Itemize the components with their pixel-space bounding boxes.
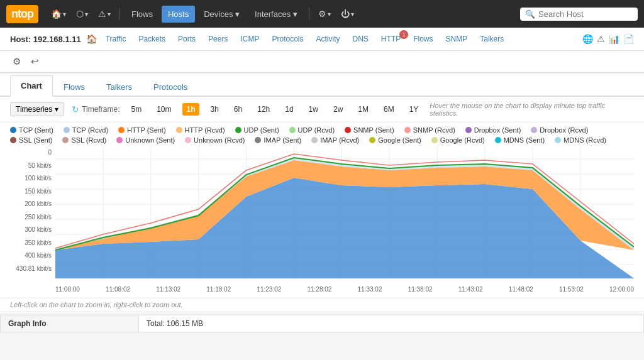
y-axis-label: 100 kbit/s	[10, 175, 52, 182]
legend-item: HTTP (Rcvd)	[176, 126, 225, 134]
host-http-link[interactable]: HTTP 1	[377, 33, 404, 45]
warning-icon[interactable]: ⚠	[597, 34, 605, 44]
time-1w[interactable]: 1w	[305, 103, 322, 116]
legend-label: Unknown (Sent)	[125, 136, 175, 144]
time-1d[interactable]: 1d	[281, 103, 297, 116]
host-dns-link[interactable]: DNS	[349, 33, 372, 45]
time-1h[interactable]: 1h	[182, 103, 199, 116]
legend-dot	[555, 137, 561, 143]
legend-item: SSL (Sent)	[10, 136, 52, 144]
legend-dot	[404, 127, 411, 133]
x-axis-label: 11:53:02	[559, 286, 584, 293]
tab-talkers[interactable]: Talkers	[96, 77, 143, 97]
legend-item: Unknown (Sent)	[116, 136, 175, 144]
power-nav-btn[interactable]: ⏻ ▾	[337, 6, 358, 21]
host-icmp-link[interactable]: ICMP	[236, 33, 263, 45]
alert-nav-btn[interactable]: ⚠ ▾	[94, 6, 114, 21]
brand-logo[interactable]: ntop	[6, 5, 38, 23]
search-icon: 🔍	[525, 9, 535, 19]
time-1Y[interactable]: 1Y	[406, 103, 423, 116]
legend-dot	[118, 127, 125, 133]
x-axis-label: 11:13:02	[156, 286, 180, 293]
timeseries-btn[interactable]: Timeseries ▾	[10, 102, 64, 116]
host-peers-link[interactable]: Peers	[204, 33, 231, 45]
flows-nav-btn[interactable]: Flows	[125, 6, 159, 23]
hosts-nav-btn[interactable]: Hosts	[162, 6, 195, 23]
legend-item: UDP (Rcvd)	[289, 126, 335, 134]
legend-dot	[176, 127, 182, 133]
y-axis-label: 50 kbit/s	[10, 162, 52, 169]
host-talkers-link[interactable]: Talkers	[476, 33, 508, 45]
legend-item: IMAP (Rcvd)	[311, 136, 359, 144]
action-bar: ⚙ ↩	[0, 51, 644, 73]
time-5m[interactable]: 5m	[127, 103, 145, 116]
host-traffic-link[interactable]: Traffic	[102, 33, 130, 45]
tab-protocols[interactable]: Protocols	[143, 77, 198, 97]
alert-caret-icon: ▾	[108, 11, 111, 18]
chart-icon[interactable]: 📊	[609, 34, 619, 44]
time-6M[interactable]: 6M	[380, 103, 398, 116]
legend-label: IMAP (Rcvd)	[320, 136, 359, 144]
legend-item: MDNS (Sent)	[495, 136, 545, 144]
back-action-btn[interactable]: ↩	[28, 55, 42, 68]
y-axis: 430.81 kbit/s400 kbit/s350 kbit/s300 kbi…	[10, 146, 55, 285]
interfaces-nav-btn[interactable]: Interfaces ▾	[248, 6, 304, 23]
legend-item: TCP (Sent)	[10, 126, 53, 134]
time-2w[interactable]: 2w	[330, 103, 347, 116]
time-6h[interactable]: 6h	[230, 103, 246, 116]
host-activity-link[interactable]: Activity	[313, 33, 344, 45]
chart-svg[interactable]	[55, 146, 634, 285]
nav-divider2	[309, 8, 309, 20]
network-nav-btn[interactable]: ⬡ ▾	[72, 6, 92, 21]
chart-hint-inline: Hover the mouse on the chart to display …	[430, 102, 634, 117]
legend-item: Google (Rcvd)	[431, 136, 485, 144]
host-home-icon[interactable]: 🏠	[86, 34, 97, 44]
x-axis-label: 11:23:02	[257, 286, 281, 293]
y-axis-label: 300 kbit/s	[10, 226, 52, 233]
tab-chart[interactable]: Chart	[10, 75, 53, 97]
host-snmp-link[interactable]: SNMP	[442, 33, 472, 45]
legend-dot	[64, 127, 70, 133]
legend-label: SSL (Sent)	[19, 136, 52, 144]
home-nav-btn[interactable]: 🏠 ▾	[47, 6, 70, 21]
legend-dot	[345, 127, 351, 133]
legend-label: MDNS (Rcvd)	[564, 136, 606, 144]
legend-dot	[235, 127, 242, 133]
x-axis-label: 11:38:02	[408, 286, 433, 293]
globe-icon[interactable]: 🌐	[582, 34, 593, 44]
legend-label: Dropbox (Sent)	[474, 126, 521, 134]
host-flows-link[interactable]: Flows	[409, 33, 436, 45]
y-axis-label: 0	[10, 149, 52, 156]
host-packets-link[interactable]: Packets	[135, 33, 169, 45]
legend-label: TCP (Rcvd)	[72, 126, 108, 134]
network-caret-icon: ▾	[85, 11, 88, 18]
time-10m[interactable]: 10m	[153, 103, 175, 116]
tab-flows[interactable]: Flows	[53, 77, 96, 97]
host-ports-link[interactable]: Ports	[174, 33, 199, 45]
settings-nav-btn[interactable]: ⚙ ▾	[314, 6, 335, 21]
file-icon[interactable]: 📄	[623, 34, 634, 44]
settings-icon: ⚙	[318, 9, 326, 19]
x-axis-label: 11:48:02	[509, 286, 533, 293]
network-icon: ⬡	[76, 9, 84, 19]
search-input[interactable]	[538, 9, 633, 19]
legend-item: Dropbox (Rcvd)	[531, 126, 588, 134]
devices-nav-btn[interactable]: Devices ▾	[197, 6, 246, 23]
legend-dot	[289, 127, 296, 133]
devices-caret-icon: ▾	[235, 9, 240, 19]
legend-dot	[10, 137, 16, 143]
graph-info-label: Graph Info	[1, 315, 139, 332]
legend-item: IMAP (Sent)	[255, 136, 301, 144]
settings-action-btn[interactable]: ⚙	[10, 55, 23, 68]
legend-item: Dropbox (Sent)	[465, 126, 521, 134]
legend-item: SSL (Rcvd)	[62, 136, 106, 144]
legend-item: TCP (Rcvd)	[64, 126, 108, 134]
time-1M[interactable]: 1M	[354, 103, 372, 116]
time-12h[interactable]: 12h	[253, 103, 274, 116]
time-3h[interactable]: 3h	[207, 103, 223, 116]
chart-controls: Timeseries ▾ ↻ Timeframe: 5m 10m 1h 3h 6…	[0, 97, 644, 123]
host-protocols-link[interactable]: Protocols	[268, 33, 307, 45]
legend-label: Google (Sent)	[378, 136, 421, 144]
timeseries-caret-icon: ▾	[55, 105, 58, 114]
power-caret-icon: ▾	[351, 11, 354, 18]
